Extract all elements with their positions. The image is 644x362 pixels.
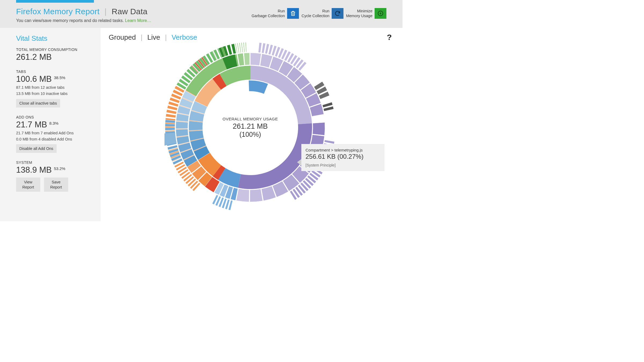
tooltip-caret-icon <box>297 159 301 165</box>
save-report-button[interactable]: Save Report <box>44 178 68 191</box>
action-cycle-collection[interactable]: Run Cycle Collection <box>302 8 343 19</box>
stat-value: 21.7 MB <box>16 120 47 130</box>
disable-addons-button[interactable]: Disable all Add Ons <box>16 144 57 153</box>
stat-pct: 8.3% <box>49 121 58 125</box>
action-label: Minimize Memory Usage <box>346 9 372 18</box>
title-main: Firefox Memory Report <box>16 7 100 16</box>
header-actions: Run Garbage Collection Run Cycle Collect… <box>252 8 386 19</box>
stat-value: 100.6 MB <box>16 74 52 84</box>
close-inactive-tabs-button[interactable]: Close all inactive tabs <box>16 99 60 108</box>
action-garbage-collection[interactable]: Run Garbage Collection <box>252 8 299 19</box>
center-label-pct: (100%) <box>222 131 278 138</box>
title-block: Firefox Memory Report | Raw Data You can… <box>16 7 252 23</box>
stat-detail: 87.1 MB from 12 active tabs <box>16 85 90 90</box>
accent-bar <box>16 0 94 3</box>
header-bar: Firefox Memory Report | Raw Data You can… <box>0 0 402 28</box>
action-label: Run Garbage Collection <box>252 9 285 18</box>
tab-separator: | <box>141 33 142 42</box>
tooltip-value: 256.61 KB (00.27%) <box>306 153 380 160</box>
stat-label: SYSTEM <box>16 160 90 165</box>
title-separator: | <box>105 7 107 16</box>
chart-center-label: OVERALL MEMORY USAGE 261.21 MB (100%) <box>222 117 278 138</box>
stat-value: 261.2 MB <box>16 52 52 62</box>
chart-tooltip: Compartment > telemetryping.js 256.61 KB… <box>301 144 385 171</box>
stat-total: TOTAL MEMORY CONSUMPTION 261.2 MB <box>16 47 90 62</box>
subtitle-text: You can view/save memory reports and do … <box>16 18 125 23</box>
stat-system: SYSTEM 138.9 MB 53.2% View Report Save R… <box>16 160 90 191</box>
title-sub[interactable]: Raw Data <box>112 7 147 16</box>
view-tabs: Grouped | Live | Verbose <box>109 33 392 42</box>
view-report-button[interactable]: View Report <box>16 178 40 191</box>
stat-label: TOTAL MEMORY CONSUMPTION <box>16 47 90 52</box>
stat-tabs: TABS 100.6 MB 38.5% 87.1 MB from 12 acti… <box>16 69 90 108</box>
stat-label: TABS <box>16 69 90 74</box>
stat-value: 138.9 MB <box>16 165 52 175</box>
stat-pct: 38.5% <box>54 75 65 80</box>
stat-pct: 53.2% <box>54 166 65 171</box>
center-label-value: 261.21 MB <box>222 122 278 131</box>
stat-addons: ADD ONS 21.7 MB 8.3% 21.7 MB from 7 enab… <box>16 115 90 153</box>
page-title: Firefox Memory Report | Raw Data <box>16 7 252 16</box>
tooltip-principle: [System Principle] <box>306 163 380 167</box>
bolt-icon <box>375 8 386 19</box>
vital-stats-title: Vital Stats <box>16 34 90 43</box>
learn-more-link[interactable]: Learn More… <box>125 18 151 23</box>
action-minimize-memory[interactable]: Minimize Memory Usage <box>346 8 386 19</box>
tab-verbose[interactable]: Verbose <box>171 33 197 42</box>
help-icon[interactable]: ? <box>387 33 392 42</box>
stat-detail: 21.7 MB from 7 enabled Add Ons <box>16 131 90 136</box>
sidebar: Vital Stats TOTAL MEMORY CONSUMPTION 261… <box>0 28 101 221</box>
stat-label: ADD ONS <box>16 115 90 119</box>
stat-detail: 0.0 MB from 4 disabled Add Ons <box>16 137 90 142</box>
trash-icon <box>287 8 299 19</box>
memory-sunburst-chart[interactable]: OVERALL MEMORY USAGE 261.21 MB (100%) Co… <box>164 42 336 213</box>
center-label-title: OVERALL MEMORY USAGE <box>222 117 278 121</box>
tab-live[interactable]: Live <box>147 33 160 42</box>
stat-detail: 13.5 MB from 10 inactive tabs <box>16 91 90 96</box>
cycle-icon <box>332 8 343 19</box>
subtitle: You can view/save memory reports and do … <box>16 18 252 23</box>
tab-separator: | <box>165 33 167 42</box>
main-panel: Grouped | Live | Verbose ? OVERALL MEMOR… <box>101 28 402 221</box>
tab-grouped[interactable]: Grouped <box>109 33 136 42</box>
tooltip-path: Compartment > telemetryping.js <box>306 148 380 152</box>
action-label: Run Cycle Collection <box>302 9 330 18</box>
